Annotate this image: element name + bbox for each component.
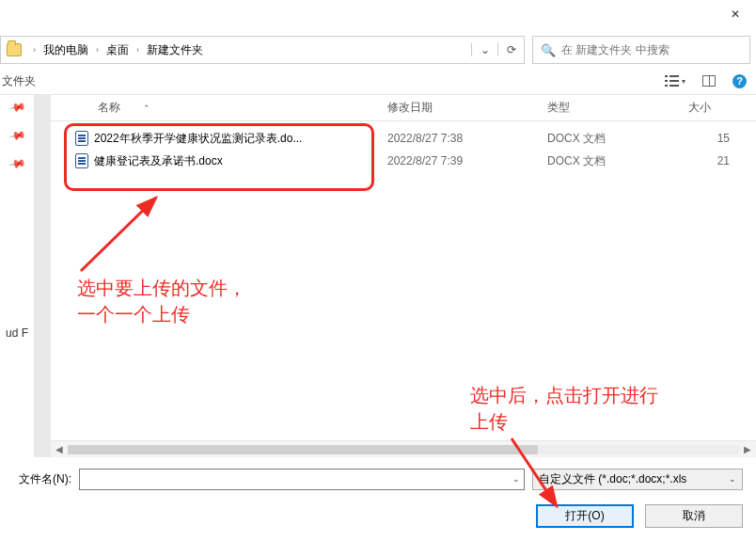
- search-icon: 🔍: [541, 43, 556, 57]
- sort-asc-icon: ⌃: [143, 103, 150, 113]
- chevron-right-icon: ›: [27, 45, 41, 55]
- scroll-right-button[interactable]: ▶: [739, 444, 756, 454]
- file-row[interactable]: 2022年秋季开学健康状况监测记录表.do... 2022/8/27 7:38 …: [51, 127, 756, 150]
- chevron-right-icon: ›: [90, 45, 104, 55]
- refresh-icon: ⟳: [507, 43, 516, 56]
- preview-pane-button[interactable]: [702, 75, 716, 87]
- col-name-label[interactable]: 名称: [98, 100, 120, 116]
- docx-icon: [75, 131, 88, 146]
- cancel-button-label: 取消: [683, 508, 705, 524]
- chevron-right-icon: ›: [131, 45, 145, 55]
- docx-icon: [75, 153, 88, 168]
- pin-icon[interactable]: 📌: [8, 126, 26, 145]
- crumb-2[interactable]: 新建文件夹: [145, 42, 205, 58]
- chevron-down-icon: ⌄: [512, 474, 520, 484]
- crumb-0[interactable]: 我的电脑: [41, 42, 90, 58]
- open-button-label: 打开(O): [565, 508, 604, 524]
- svg-rect-5: [669, 85, 679, 87]
- file-type-filter[interactable]: 自定义文件 (*.doc;*.docx;*.xls ⌄: [532, 469, 743, 490]
- file-type: DOCX 文档: [540, 153, 681, 169]
- col-type-label[interactable]: 类型: [540, 100, 681, 116]
- chevron-down-icon: ⌄: [480, 43, 490, 56]
- crumb-1[interactable]: 桌面: [104, 42, 131, 58]
- file-size: 15: [681, 132, 737, 145]
- help-button[interactable]: ?: [732, 74, 747, 88]
- folder-icon: [7, 43, 22, 56]
- horizontal-scrollbar[interactable]: ◀ ▶: [51, 440, 756, 457]
- scroll-thumb[interactable]: [68, 445, 538, 454]
- pane-icon: [702, 75, 716, 87]
- pin-icon[interactable]: 📌: [8, 154, 26, 173]
- chevron-down-icon: ⌄: [729, 474, 736, 484]
- split-gutter[interactable]: [34, 95, 51, 457]
- file-name: 2022年秋季开学健康状况监测记录表.do...: [94, 131, 302, 147]
- file-name: 健康登记表及承诺书.docx: [94, 153, 223, 169]
- col-size-label[interactable]: 大小: [681, 100, 737, 116]
- refresh-button[interactable]: ⟳: [497, 43, 524, 56]
- pin-icon[interactable]: 📌: [8, 98, 26, 117]
- scroll-track[interactable]: [68, 445, 739, 454]
- svg-rect-0: [665, 75, 668, 77]
- file-size: 21: [681, 154, 737, 167]
- close-button[interactable]: ✕: [714, 0, 756, 28]
- file-row[interactable]: 健康登记表及承诺书.docx 2022/8/27 7:39 DOCX 文档 21: [51, 150, 756, 172]
- column-headers[interactable]: 名称 ⌃ 修改日期 类型 大小: [51, 95, 756, 121]
- close-icon: ✕: [731, 8, 740, 21]
- nav-rail: 📌 📌 📌 ud F: [0, 95, 34, 457]
- search-input[interactable]: 🔍 在 新建文件夹 中搜索: [532, 36, 750, 64]
- address-dropdown[interactable]: ⌄: [471, 43, 497, 56]
- filter-label: 自定义文件 (*.doc;*.docx;*.xls: [539, 471, 686, 487]
- help-icon: ?: [736, 75, 743, 87]
- filename-input[interactable]: ⌄: [79, 469, 525, 490]
- rail-label: ud F: [6, 185, 28, 340]
- cancel-button[interactable]: 取消: [645, 504, 743, 528]
- scroll-left-button[interactable]: ◀: [51, 444, 68, 454]
- chevron-down-icon: ▾: [682, 77, 685, 86]
- svg-rect-4: [665, 85, 668, 87]
- col-date-label[interactable]: 修改日期: [380, 100, 540, 116]
- svg-rect-1: [669, 75, 679, 77]
- file-type: DOCX 文档: [540, 131, 681, 147]
- view-mode-button[interactable]: ▾: [665, 74, 685, 88]
- filename-label: 文件名(N):: [19, 471, 71, 487]
- address-bar[interactable]: › 我的电脑 › 桌面 › 新建文件夹 ⌄ ⟳: [0, 36, 525, 64]
- file-date: 2022/8/27 7:38: [380, 132, 540, 145]
- breadcrumb[interactable]: › 我的电脑 › 桌面 › 新建文件夹: [27, 42, 471, 58]
- svg-rect-3: [669, 80, 679, 82]
- svg-rect-2: [665, 80, 668, 82]
- file-date: 2022/8/27 7:39: [380, 154, 540, 167]
- list-view-icon: [665, 74, 680, 88]
- organize-label: 文件夹: [2, 73, 36, 89]
- open-button[interactable]: 打开(O): [536, 504, 634, 528]
- search-placeholder: 在 新建文件夹 中搜索: [561, 42, 669, 58]
